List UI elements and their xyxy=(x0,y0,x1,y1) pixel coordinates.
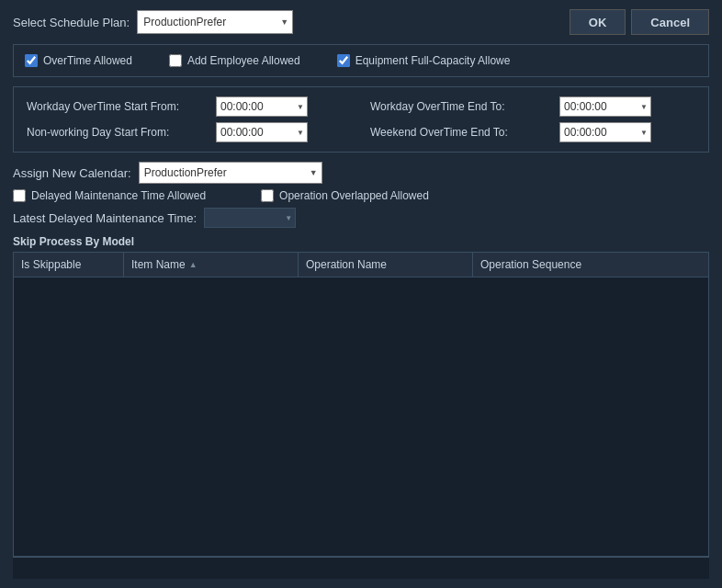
cancel-button[interactable]: Cancel xyxy=(631,9,709,35)
latest-maintenance-row: Latest Delayed Maintenance Time: 00:00:0… xyxy=(13,208,709,228)
item-name-sort-icon: ▲ xyxy=(189,260,197,269)
assign-calendar-label: Assign New Calendar: xyxy=(13,166,131,180)
weekend-end-wrapper: 00:00:00 xyxy=(559,122,651,142)
overtime-allowed-checkbox[interactable] xyxy=(25,54,38,67)
status-bar xyxy=(13,557,709,579)
calendar-select[interactable]: ProductionPrefer xyxy=(139,162,322,184)
delayed-maintenance-label: Delayed Maintenance Time Allowed xyxy=(31,189,206,202)
latest-maintenance-label: Latest Delayed Maintenance Time: xyxy=(13,211,197,225)
overtime-allowed-item: OverTime Allowed xyxy=(25,54,132,67)
add-employee-checkbox[interactable] xyxy=(169,54,182,67)
col-header-opseq: Operation Sequence xyxy=(473,253,708,277)
schedule-plan-select-wrapper: ProductionPrefer xyxy=(137,10,293,34)
delayed-maintenance-checkbox[interactable] xyxy=(13,189,26,202)
schedule-plan-select[interactable]: ProductionPrefer xyxy=(137,10,293,34)
col-header-itemname[interactable]: Item Name ▲ xyxy=(124,253,299,277)
calendar-select-wrapper: ProductionPrefer xyxy=(139,162,322,184)
workday-end-select[interactable]: 00:00:00 xyxy=(559,96,651,117)
col-header-skippable: Is Skippable xyxy=(14,253,124,277)
operation-overlapped-checkbox[interactable] xyxy=(261,189,274,202)
top-row: Select Schedule Plan: ProductionPrefer O… xyxy=(13,9,709,35)
operation-overlapped-label: Operation Overlapped Allowed xyxy=(279,189,429,202)
overtime-allowed-label: OverTime Allowed xyxy=(43,54,132,67)
workday-end-label: Workday OverTime End To: xyxy=(370,100,554,113)
calendar-row: Assign New Calendar: ProductionPrefer xyxy=(13,162,709,184)
nonworking-start-wrapper: 00:00:00 xyxy=(216,122,308,142)
latest-maintenance-input: 00:00:00 xyxy=(204,208,296,228)
operation-overlapped-item: Operation Overlapped Allowed xyxy=(261,189,429,202)
nonworking-start-label: Non-working Day Start From: xyxy=(27,126,210,139)
overtime-section: Workday OverTime Start From: 00:00:00 Wo… xyxy=(13,86,709,153)
ok-button[interactable]: OK xyxy=(570,9,626,35)
workday-end-row: Workday OverTime End To: 00:00:00 xyxy=(370,96,695,117)
main-dialog: Select Schedule Plan: ProductionPrefer O… xyxy=(0,0,722,588)
nonworking-start-select[interactable]: 00:00:00 xyxy=(216,122,308,142)
checkboxes-row: OverTime Allowed Add Employee Allowed Eq… xyxy=(13,44,709,77)
col-header-opname: Operation Name xyxy=(299,253,473,277)
table-body xyxy=(14,277,708,553)
skip-process-table: Is Skippable Item Name ▲ Operation Name … xyxy=(13,252,709,557)
weekend-end-label: Weekend OverTime End To: xyxy=(370,126,554,139)
schedule-plan-group: Select Schedule Plan: ProductionPrefer xyxy=(13,10,293,34)
delayed-maintenance-item: Delayed Maintenance Time Allowed xyxy=(13,189,206,202)
equipment-checkbox[interactable] xyxy=(337,54,350,67)
workday-start-wrapper: 00:00:00 xyxy=(216,96,308,117)
equipment-item: Equipment Full-Capacity Allowe xyxy=(337,54,511,67)
table-header: Is Skippable Item Name ▲ Operation Name … xyxy=(14,253,708,277)
weekend-end-select[interactable]: 00:00:00 xyxy=(559,122,651,142)
workday-end-wrapper: 00:00:00 xyxy=(559,96,651,117)
schedule-plan-label: Select Schedule Plan: xyxy=(13,16,130,29)
workday-start-label: Workday OverTime Start From: xyxy=(27,100,210,113)
equipment-label: Equipment Full-Capacity Allowe xyxy=(355,54,511,67)
nonworking-start-row: Non-working Day Start From: 00:00:00 xyxy=(27,122,352,142)
add-employee-label: Add Employee Allowed xyxy=(187,54,300,67)
dialog-buttons: OK Cancel xyxy=(570,9,709,35)
skip-section-title: Skip Process By Model xyxy=(13,235,709,248)
workday-start-select[interactable]: 00:00:00 xyxy=(216,96,308,117)
add-employee-item: Add Employee Allowed xyxy=(169,54,300,67)
latest-time-wrapper: 00:00:00 ▼ xyxy=(204,208,296,228)
options-row: Delayed Maintenance Time Allowed Operati… xyxy=(13,189,709,202)
weekend-end-row: Weekend OverTime End To: 00:00:00 xyxy=(370,122,695,142)
workday-start-row: Workday OverTime Start From: 00:00:00 xyxy=(27,96,352,117)
